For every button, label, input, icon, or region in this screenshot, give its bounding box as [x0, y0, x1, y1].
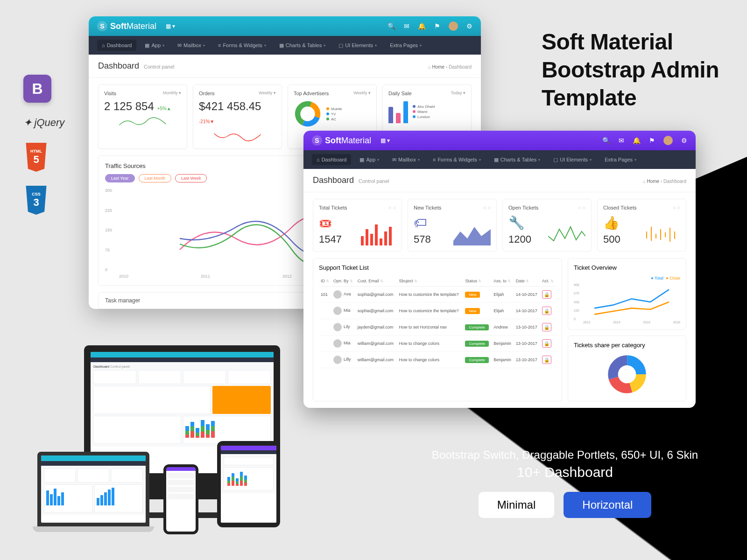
breadcrumb: ⌂ Home › Dashboard [428, 64, 472, 70]
nav-ui[interactable]: ▢ UI Elements ▾ [334, 40, 381, 51]
support-ticket-list: Support Ticket List ID⇅Opn. By⇅Cust. Ema… [313, 258, 562, 401]
nav-charts[interactable]: ▦ Charts & Tables ▾ [275, 40, 330, 51]
marketing-subtitle: Bootstrap Switch, Draggable Portlets, 65… [383, 448, 747, 518]
lock-icon[interactable]: 🔒 [542, 290, 551, 299]
css3-logo: CSS3 [23, 186, 49, 215]
lock-icon[interactable]: 🔒 [542, 356, 551, 364]
pill-last-month[interactable]: Last Month [139, 174, 172, 182]
mail-icon[interactable]: ✉ [404, 22, 409, 30]
total-tickets-card: Total Tickets○ ○ 🎟1547 [313, 199, 402, 252]
nav-ui[interactable]: ▢ UI Elements ▾ [549, 154, 596, 166]
nav-mailbox[interactable]: ✉ Mailbox ▾ [173, 40, 210, 51]
avatar[interactable] [663, 136, 673, 145]
table-row[interactable]: Lilly william@gmail.com How to change co… [319, 352, 556, 368]
page-header: Dashboard Control panel ⌂ Home › Dashboa… [89, 55, 481, 78]
nav-forms[interactable]: ≡ Forms & Widgets ▾ [213, 40, 271, 51]
mail-icon[interactable]: ✉ [619, 137, 624, 144]
svg-rect-8 [384, 231, 387, 245]
svg-rect-7 [380, 238, 382, 245]
gear-icon[interactable]: ⚙ [466, 22, 472, 30]
table-header[interactable]: Sbuject⇅ [397, 276, 464, 287]
html5-logo: HTML5 [23, 143, 49, 172]
device-mockups: Dashboard Control panel [23, 345, 313, 541]
new-tickets-card: New Tickets○ ○ 🏷578 [408, 199, 497, 252]
dashboard-purple: S SoftMaterial ▦ ▾ 🔍 ✉ 🔔 ⚑ ⚙ ⌂ Dashboard… [303, 131, 696, 408]
table-header[interactable]: Status⇅ [463, 276, 492, 287]
breadcrumb-home[interactable]: Home [647, 179, 660, 184]
logo-s-icon: S [97, 21, 107, 31]
nav-app[interactable]: ▦ App ▾ [140, 40, 169, 51]
open-tickets-card: Open Tickets○ ○ 🔧1200 [502, 199, 592, 252]
nav-forms[interactable]: ≡ Forms & Widgets ▾ [428, 154, 486, 165]
phone-mockup [163, 464, 198, 534]
breadcrumb-home[interactable]: Home [432, 64, 445, 70]
closed-tickets-card: Closed Tickets○ ○ 👍500 [597, 199, 686, 252]
search-icon[interactable]: 🔍 [388, 22, 395, 30]
table-header[interactable]: Cust. Email⇅ [356, 276, 397, 287]
visits-card: VisitsMonthly ▾ 2 125 854 +5%▲ [98, 84, 187, 149]
svg-rect-4 [366, 229, 368, 245]
table-header[interactable]: Opn. By⇅ [331, 276, 356, 287]
nav-mailbox[interactable]: ✉ Mailbox ▾ [388, 154, 424, 166]
lock-icon[interactable]: 🔒 [542, 339, 551, 348]
bootstrap-logo: B [23, 75, 51, 103]
tech-logos: B ✦ jQuery HTML5 CSS3 [23, 75, 64, 215]
table-row[interactable]: 101 Ava sophia@gmail.com How to customiz… [319, 287, 556, 303]
lock-icon[interactable]: 🔒 [542, 307, 551, 315]
orders-card: OrdersWeekly ▾ $421 458.45 -21%▼ [193, 84, 282, 149]
topbar-actions: 🔍 ✉ 🔔 ⚑ ⚙ [388, 21, 472, 31]
search-icon[interactable]: 🔍 [602, 137, 610, 144]
table-header[interactable]: Ass. to⇅ [492, 276, 514, 287]
nav-extra[interactable]: Extra Pages ▾ [600, 154, 641, 165]
pill-last-week[interactable]: Last Week [175, 174, 207, 182]
flag-icon[interactable]: ⚑ [649, 137, 655, 144]
nav-dashboard[interactable]: ⌂ Dashboard [312, 154, 351, 165]
topbar: S SoftMaterial ▦ ▾ 🔍 ✉ 🔔 ⚑ ⚙ [89, 16, 481, 36]
laptop-mockup [33, 452, 154, 532]
topbar-purple: S SoftMaterial ▦ ▾ 🔍 ✉ 🔔 ⚑ ⚙ [303, 131, 696, 150]
svg-rect-6 [375, 224, 378, 245]
horizontal-button[interactable]: Horizontal [564, 492, 651, 518]
marketing-title: Soft MaterialBootstrap AdminTemplate [542, 28, 719, 112]
flag-icon[interactable]: ⚑ [434, 22, 440, 30]
logo-s-icon: S [312, 135, 322, 146]
page-title: Dashboard [313, 175, 354, 185]
table-header[interactable]: Act.⇅ [540, 276, 556, 287]
table-header[interactable]: ID⇅ [319, 276, 331, 287]
svg-rect-5 [370, 234, 373, 245]
pill-last-year[interactable]: Last Year [105, 174, 135, 182]
minimal-button[interactable]: Minimal [479, 492, 555, 518]
tickets-table: ID⇅Opn. By⇅Cust. Email⇅Sbuject⇅Status⇅As… [319, 276, 556, 368]
dashboards-count: 10+ Dashboard [383, 464, 747, 480]
page-subtitle: Control panel [144, 64, 174, 70]
brand-logo[interactable]: S SoftMaterial [97, 21, 156, 31]
jquery-logo: ✦ jQuery [23, 117, 64, 129]
nav-charts[interactable]: ▦ Charts & Tables ▾ [489, 154, 545, 166]
table-row[interactable]: Mia william@gmail.com How to change colo… [319, 336, 556, 352]
main-nav: ⌂ Dashboard ▦ App ▾ ✉ Mailbox ▾ ≡ Forms … [89, 36, 481, 55]
nav-extra[interactable]: Extra Pages ▾ [385, 40, 426, 51]
tablet-mockup [217, 441, 280, 527]
svg-rect-3 [361, 236, 364, 245]
table-row[interactable]: Lily jayden@gmail.com How to set Horizon… [319, 319, 556, 336]
bell-icon[interactable]: 🔔 [633, 137, 641, 144]
tickets-share-card: Tickets share per category [568, 336, 686, 401]
ticket-overview-card: Ticket Overview ● Total ● Close 90067545… [568, 258, 686, 330]
page-title: Dashboard [98, 61, 139, 71]
lock-icon[interactable]: 🔒 [542, 323, 551, 331]
bell-icon[interactable]: 🔔 [418, 22, 426, 30]
nav-app[interactable]: ▦ App ▾ [355, 154, 384, 166]
table-row[interactable]: Mia sophia@gmail.com How to customize th… [319, 303, 556, 319]
nav-dashboard[interactable]: ⌂ Dashboard [97, 40, 136, 51]
table-header[interactable]: Date⇅ [514, 276, 540, 287]
avatar[interactable] [449, 21, 458, 31]
svg-rect-9 [389, 227, 392, 245]
brand-logo[interactable]: S SoftMaterial [312, 135, 371, 146]
gear-icon[interactable]: ⚙ [681, 137, 687, 144]
features-text: Bootstrap Switch, Draggable Portlets, 65… [383, 448, 747, 462]
